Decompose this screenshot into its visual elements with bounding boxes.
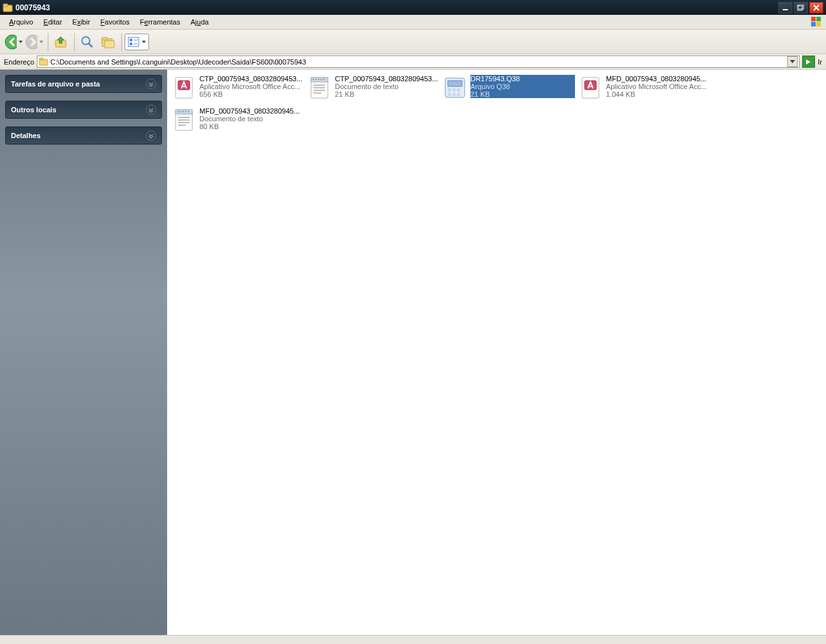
minimize-button[interactable] (778, 2, 792, 14)
svg-point-52 (180, 111, 181, 112)
file-size: 656 KB (199, 90, 304, 98)
views-button[interactable] (125, 34, 149, 50)
file-type: Aplicativo Microsoft Office Acc... (199, 83, 304, 90)
menu-arquivo[interactable]: Arquivo (4, 18, 38, 26)
svg-line-13 (88, 43, 92, 47)
file-type: Documento de texto (199, 115, 304, 123)
file-list[interactable]: CTP_00075943_08032809453...Aplicativo Mi… (167, 70, 826, 635)
svg-point-51 (177, 111, 179, 112)
svg-point-29 (313, 79, 314, 80)
svg-point-32 (321, 79, 322, 80)
menu-favoritos[interactable]: Favoritos (96, 18, 135, 26)
address-dropdown-button[interactable] (787, 56, 798, 67)
file-size: 21 KB (470, 90, 575, 98)
svg-rect-16 (105, 41, 114, 48)
file-name: CTP_00075943_08032809453... (199, 75, 304, 83)
folders-button[interactable] (98, 32, 117, 52)
svg-rect-19 (130, 43, 132, 45)
svg-rect-4 (797, 6, 802, 10)
menu-bar: Arquivo Editar Exibir Favoritos Ferramen… (0, 15, 826, 30)
file-item[interactable]: DR175943.Q38Arquivo Q3821 KB (441, 74, 576, 106)
windows-logo-icon (811, 16, 822, 28)
chevron-down-icon[interactable] (146, 105, 156, 115)
file-icon (442, 75, 468, 101)
chevron-down-icon[interactable] (146, 130, 156, 141)
file-icon (578, 75, 603, 101)
address-bar: Endereço C:\Documents and Settings\l.can… (0, 54, 826, 70)
folder-icon (39, 57, 48, 66)
address-combo[interactable]: C:\Documents and Settings\l.canguini\Des… (37, 55, 800, 68)
search-button[interactable] (77, 32, 97, 52)
svg-rect-2 (783, 9, 788, 10)
file-icon (171, 107, 197, 133)
menu-ajuda[interactable]: Ajuda (185, 18, 214, 26)
file-item[interactable]: MFD_00075943_0803280945...Documento de t… (170, 106, 305, 138)
svg-rect-18 (130, 39, 132, 41)
sidebar-tasks-label: Tarefas de arquivo e pasta (11, 80, 100, 88)
address-label: Endereço (4, 58, 34, 66)
sidebar-details-panel[interactable]: Detalhes (5, 126, 162, 145)
svg-point-31 (318, 79, 319, 80)
maximize-button[interactable] (794, 2, 808, 14)
go-label: Ir (818, 58, 822, 66)
go-button[interactable] (802, 55, 815, 68)
up-button[interactable] (51, 32, 70, 52)
title-bar: 00075943 (0, 0, 826, 15)
folder-icon (3, 3, 13, 13)
sidebar-details-label: Detalhes (11, 132, 41, 139)
svg-rect-39 (448, 81, 462, 86)
menu-exibir[interactable]: Exibir (67, 18, 96, 26)
file-size: 21 KB (335, 90, 439, 98)
file-type: Documento de texto (335, 83, 439, 90)
file-name: DR175943.Q38 (470, 75, 575, 83)
svg-rect-43 (448, 93, 451, 96)
close-button[interactable] (809, 2, 823, 14)
svg-rect-40 (448, 88, 451, 92)
file-name: MFD_00075943_0803280945... (199, 107, 304, 115)
address-path: C:\Documents and Settings\l.canguini\Des… (50, 58, 787, 66)
window-title: 00075943 (15, 3, 50, 12)
status-bar (0, 635, 826, 644)
back-button[interactable] (4, 32, 23, 52)
task-pane: Tarefas de arquivo e pasta Outros locais… (0, 70, 167, 635)
svg-rect-45 (457, 93, 460, 96)
svg-point-54 (185, 111, 186, 112)
file-name: MFD_00075943_0803280945... (606, 75, 710, 83)
svg-rect-5 (811, 17, 816, 21)
svg-rect-3 (798, 5, 803, 9)
svg-point-53 (183, 111, 184, 112)
svg-rect-6 (816, 17, 821, 21)
svg-point-55 (188, 111, 189, 112)
file-type: Arquivo Q38 (470, 83, 575, 90)
sidebar-other-panel[interactable]: Outros locais (5, 101, 162, 119)
svg-rect-41 (452, 88, 456, 92)
file-size: 1.044 KB (606, 90, 710, 98)
svg-rect-15 (102, 37, 107, 40)
menu-editar[interactable]: Editar (38, 18, 67, 26)
svg-rect-1 (3, 4, 8, 6)
svg-rect-7 (811, 22, 816, 26)
svg-rect-8 (816, 22, 821, 26)
file-icon (307, 75, 332, 101)
sidebar-other-label: Outros locais (11, 106, 56, 114)
file-icon (171, 75, 197, 101)
svg-point-30 (316, 79, 317, 80)
svg-rect-44 (452, 93, 456, 96)
svg-point-33 (323, 79, 325, 80)
file-item[interactable]: MFD_00075943_0803280945...Aplicativo Mic… (576, 74, 712, 106)
file-item[interactable]: CTP_00075943_08032809453...Documento de … (305, 74, 441, 106)
file-name: CTP_00075943_08032809453... (335, 75, 439, 83)
svg-rect-42 (457, 88, 460, 92)
file-type: Aplicativo Microsoft Office Acc... (606, 83, 710, 90)
sidebar-tasks-panel[interactable]: Tarefas de arquivo e pasta (5, 75, 162, 93)
menu-ferramentas[interactable]: Ferramentas (135, 18, 185, 26)
chevron-down-icon[interactable] (146, 79, 156, 89)
forward-button[interactable] (25, 32, 44, 52)
navigation-toolbar (0, 30, 826, 54)
file-size: 80 KB (199, 123, 304, 130)
svg-rect-23 (39, 58, 43, 60)
file-item[interactable]: CTP_00075943_08032809453...Aplicativo Mi… (170, 74, 305, 106)
